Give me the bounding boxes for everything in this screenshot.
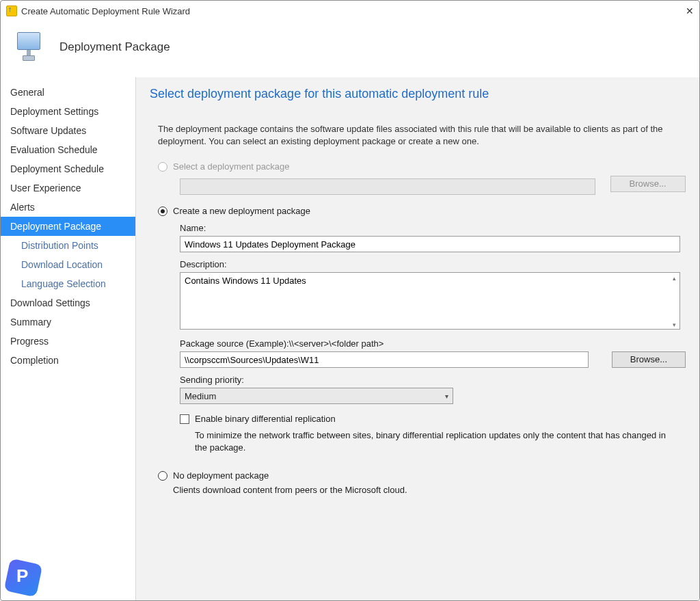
radio-icon xyxy=(158,471,167,481)
scroll-up-icon[interactable]: ▴ xyxy=(670,274,679,283)
radio-icon xyxy=(158,162,167,172)
radio-select-package: Select a deployment package xyxy=(158,161,686,172)
radio-no-package-help: Clients download content from peers or t… xyxy=(173,485,686,495)
page-header: Deployment Package xyxy=(59,40,170,54)
chevron-down-icon: ▾ xyxy=(445,392,448,400)
intro-text: The deployment package contains the soft… xyxy=(158,123,686,148)
sidebar-item-language-selection[interactable]: Language Selection xyxy=(1,274,135,293)
sidebar-item-completion[interactable]: Completion xyxy=(1,351,135,370)
sidebar-item-summary[interactable]: Summary xyxy=(1,312,135,332)
browse-disabled-button: Browse... xyxy=(610,176,686,192)
window-title: Create Automatic Deployment Rule Wizard xyxy=(21,6,673,16)
name-input[interactable] xyxy=(180,236,680,252)
radio-create-package-label: Create a new deployment package xyxy=(173,206,310,216)
radio-icon xyxy=(158,206,167,216)
description-label: Description: xyxy=(180,259,686,269)
sidebar-item-evaluation-schedule[interactable]: Evaluation Schedule xyxy=(1,140,135,159)
sidebar-item-general[interactable]: General xyxy=(1,83,135,102)
computer-icon xyxy=(14,31,47,64)
priority-value: Medium xyxy=(185,391,216,401)
page-title: Select deployment package for this autom… xyxy=(150,87,686,101)
radio-select-package-label: Select a deployment package xyxy=(173,161,290,172)
source-input[interactable] xyxy=(180,351,589,368)
sidebar-item-distribution-points[interactable]: Distribution Points xyxy=(1,236,135,255)
priority-select[interactable]: Medium ▾ xyxy=(180,388,453,404)
binary-diff-checkbox[interactable] xyxy=(180,414,189,424)
radio-no-package[interactable]: No deployment package xyxy=(158,470,686,481)
sidebar-item-download-settings[interactable]: Download Settings xyxy=(1,293,135,312)
wizard-sidebar: General Deployment Settings Software Upd… xyxy=(1,77,136,601)
description-input[interactable] xyxy=(180,272,680,330)
browse-button[interactable]: Browse... xyxy=(612,351,686,368)
close-icon[interactable]: ✕ xyxy=(673,5,694,16)
radio-create-package[interactable]: Create a new deployment package xyxy=(158,206,686,216)
sidebar-item-download-location[interactable]: Download Location xyxy=(1,255,135,274)
binary-diff-label: Enable binary differential replication xyxy=(195,414,336,424)
sidebar-item-deployment-schedule[interactable]: Deployment Schedule xyxy=(1,159,135,178)
sidebar-item-alerts[interactable]: Alerts xyxy=(1,198,135,217)
sidebar-item-software-updates[interactable]: Software Updates xyxy=(1,121,135,140)
sidebar-item-deployment-package[interactable]: Deployment Package xyxy=(1,217,135,236)
name-label: Name: xyxy=(180,223,686,233)
app-icon xyxy=(6,5,17,16)
source-label: Package source (Example):\\<server>\<fol… xyxy=(180,338,686,349)
sidebar-item-deployment-settings[interactable]: Deployment Settings xyxy=(1,102,135,121)
binary-diff-help: To minimize the network traffic between … xyxy=(195,429,673,454)
select-package-input xyxy=(180,178,595,195)
brand-logo: P xyxy=(7,561,40,594)
priority-label: Sending priority: xyxy=(180,375,686,385)
sidebar-item-user-experience[interactable]: User Experience xyxy=(1,178,135,198)
sidebar-item-progress[interactable]: Progress xyxy=(1,332,135,351)
radio-no-package-label: No deployment package xyxy=(173,470,269,481)
scroll-down-icon[interactable]: ▾ xyxy=(670,321,679,330)
